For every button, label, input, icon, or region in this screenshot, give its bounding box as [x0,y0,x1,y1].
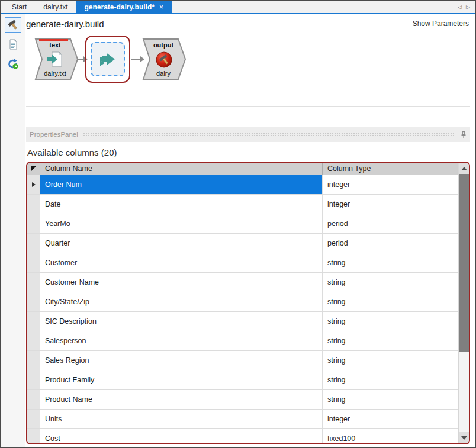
row-selector-cell[interactable] [27,292,40,311]
output-node-dairy[interactable]: output dairy [142,38,186,80]
table-row[interactable]: Customer Name string [27,273,458,292]
row-selector-cell[interactable] [27,214,40,233]
build-hammer-button[interactable] [5,17,21,33]
column-name-cell[interactable]: Product Name [40,390,322,409]
column-header-name[interactable]: Column Name [40,163,322,175]
column-name-cell[interactable]: Sales Region [40,351,322,370]
node-name-label: dairy.txt [44,70,66,77]
row-selector-cell[interactable] [27,429,40,443]
properties-panel-label: PropertiesPanel [30,131,78,138]
columns-grid: Column Name Column Type Order Num intege… [27,163,458,443]
column-type-cell[interactable]: integer [322,195,458,214]
show-parameters-link[interactable]: Show Parameters [413,20,470,28]
row-selector-cell[interactable] [27,410,40,428]
build-output-icon [156,52,172,67]
row-selector-cell[interactable] [27,390,40,409]
grid-header-row: Column Name Column Type [27,163,458,175]
flow-connector-arrow [78,59,84,60]
row-selector-cell[interactable] [27,195,40,214]
table-row[interactable]: YearMo period [27,214,458,234]
column-type-cell[interactable]: integer [322,175,458,194]
tab-scroll-right-icon[interactable]: ▷ [466,4,470,10]
scroll-up-icon [461,167,467,170]
row-selector-cell[interactable] [27,253,40,272]
app-window: Start dairy.txt generate-dairy.build* × … [0,0,476,448]
table-row[interactable]: City/State/Zip string [27,292,458,312]
column-type-cell[interactable]: string [322,273,458,292]
column-type-cell[interactable]: string [322,312,458,331]
table-row[interactable]: Product Family string [27,370,458,390]
tab-scroll-left-icon[interactable]: ◁ [458,4,462,10]
table-row[interactable]: Sales Region string [27,351,458,370]
document-titlebar: generate-dairy.build Show Parameters [26,14,470,33]
column-name-cell[interactable]: Salesperson [40,331,322,350]
properties-panel-splitter[interactable]: PropertiesPanel [26,127,470,142]
scroll-down-button[interactable] [459,432,469,443]
column-name-cell[interactable]: City/State/Zip [40,292,322,311]
pin-icon[interactable] [460,130,467,138]
node-type-label: output [153,41,174,49]
row-selector-cell[interactable] [27,351,40,370]
tab-bar: Start dairy.txt generate-dairy.build* × … [1,1,475,14]
row-selector-cell[interactable] [27,331,40,350]
scrollbar-track[interactable] [459,174,469,432]
row-selector-cell[interactable] [27,273,40,292]
table-row[interactable]: Customer string [27,253,458,273]
table-row[interactable]: Cost fixed100 [27,429,458,443]
node-type-label: text [49,41,61,49]
table-row[interactable]: SIC Description string [27,312,458,331]
table-row[interactable]: Product Name string [27,390,458,410]
tab-generate-dairy-build[interactable]: generate-dairy.build* × [76,1,172,13]
close-icon[interactable]: × [159,3,163,11]
row-selector-cell[interactable] [27,175,40,194]
document-button[interactable] [5,37,21,52]
column-type-cell[interactable]: period [322,234,458,253]
column-type-cell[interactable]: period [322,214,458,233]
flow-diagram-canvas[interactable]: text dairy.txt [26,33,470,107]
column-name-cell[interactable]: Customer [40,253,322,272]
table-row[interactable]: Salesperson string [27,331,458,351]
hammer-icon [7,19,19,31]
select-all-corner-cell[interactable] [27,163,40,175]
column-name-cell[interactable]: Cost [40,429,322,443]
tab-dairy-txt[interactable]: dairy.txt [35,1,76,13]
table-row[interactable]: Units integer [27,410,458,429]
grid-rows-container: Order Num integer Date integer YearMo pe… [27,175,458,443]
column-type-cell[interactable]: fixed100 [322,429,458,443]
table-row[interactable]: Quarter period [27,234,458,253]
column-name-cell[interactable]: Product Family [40,370,322,389]
tab-start[interactable]: Start [4,1,35,13]
column-type-cell[interactable]: string [322,351,458,370]
column-name-cell[interactable]: Quarter [40,234,322,253]
input-node-dairy-txt[interactable]: text dairy.txt [34,38,78,80]
table-row[interactable]: Date integer [27,195,458,214]
node-name-label: dairy [156,70,171,77]
column-name-cell[interactable]: Customer Name [40,273,322,292]
column-type-cell[interactable]: string [322,390,458,409]
flow-connector-arrow [131,59,141,60]
merge-transform-node[interactable] [91,42,125,76]
table-row[interactable]: Order Num integer [27,175,458,195]
column-type-cell[interactable]: string [322,370,458,389]
column-type-cell[interactable]: string [322,253,458,272]
refresh-icon [7,58,19,70]
scroll-up-button[interactable] [459,163,469,174]
row-selector-cell[interactable] [27,312,40,331]
vertical-scrollbar[interactable] [458,163,469,443]
column-name-cell[interactable]: Date [40,195,322,214]
document-icon [8,38,18,50]
row-selector-cell[interactable] [27,370,40,389]
annotation-highlight-ring [85,36,130,83]
column-type-cell[interactable]: string [322,331,458,350]
available-columns-heading: Available columns (20) [27,147,470,157]
column-type-cell[interactable]: string [322,292,458,311]
refresh-button[interactable] [5,56,21,72]
column-header-type[interactable]: Column Type [322,163,458,175]
column-name-cell[interactable]: Units [40,410,322,428]
row-selector-cell[interactable] [27,234,40,253]
column-name-cell[interactable]: SIC Description [40,312,322,331]
column-name-cell[interactable]: Order Num [40,175,322,194]
column-type-cell[interactable]: integer [322,410,458,428]
column-name-cell[interactable]: YearMo [40,214,322,233]
scrollbar-thumb[interactable] [459,174,469,352]
